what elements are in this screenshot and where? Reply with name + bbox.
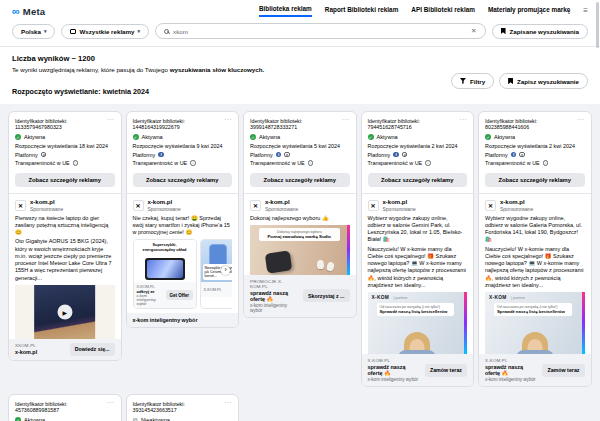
meta-logo[interactable]: ∞ Meta (12, 6, 45, 17)
clear-search-icon[interactable]: ✕ (471, 27, 476, 35)
page-avatar[interactable]: ✕ (15, 200, 26, 211)
carousel-next-icon[interactable]: › (221, 266, 230, 275)
menu-icon[interactable]: ≡ (583, 7, 588, 15)
country-dropdown[interactable]: Polska ▾ (12, 24, 55, 39)
cta-button[interactable]: Dowiedz się... (70, 343, 115, 356)
card-menu-button[interactable]: ··· (577, 118, 585, 122)
facebook-icon: f (511, 152, 517, 158)
see-ad-details-button[interactable]: Zobacz szczegóły reklamy (133, 173, 233, 187)
divider (127, 193, 239, 194)
info-icon[interactable]: i (73, 160, 79, 166)
link-title: sprawdź naszą ofertę 🔥 (485, 364, 539, 376)
info-icon[interactable]: i (308, 160, 314, 166)
start-date: Rozpoczęcie wyświetlania 2 kwi 2024 (485, 143, 585, 149)
results-header: Liczba wyników ~ 1200 Te wyniki uwzględn… (0, 47, 600, 104)
card-menu-button[interactable]: ··· (107, 118, 115, 122)
ad-image-preview[interactable]: X-KOM | partner Od nauczania po rozrywkę… (368, 292, 468, 354)
earbuds-case-graphic (265, 250, 293, 273)
chevron-down-icon: ▾ (44, 28, 47, 34)
carousel-item[interactable]: Superszybki, energooszczędny układ X-KOM… (133, 239, 197, 309)
brand-gradient-strip (582, 292, 585, 354)
info-icon[interactable]: i (425, 160, 431, 166)
platforms-row: Platformyf (368, 152, 468, 158)
info-icon[interactable]: i (543, 160, 549, 166)
see-ad-details-button[interactable]: Zobacz szczegóły reklamy (15, 173, 115, 187)
page-avatar[interactable]: ✕ (250, 200, 261, 211)
cta-button[interactable]: Get Offer (166, 290, 193, 300)
scrollbar[interactable] (596, 2, 599, 48)
ad-video-preview[interactable]: ▶ (15, 285, 115, 339)
meta-infinity-icon: ∞ (12, 6, 20, 17)
play-icon[interactable]: ▶ (57, 304, 72, 319)
start-date: Rozpoczęcie wyświetlania 5 kwi 2024 (250, 143, 350, 149)
page-name[interactable]: x-kom.pl (500, 199, 533, 205)
page-avatar[interactable]: ✕ (485, 200, 496, 211)
ad-body: Wybierz wygodne zakupy online, odbierz w… (485, 215, 585, 244)
see-ad-details-button[interactable]: Zobacz szczegóły reklamy (250, 173, 350, 187)
tab-brand-materials[interactable]: Materiały promujące markę (488, 6, 570, 16)
top-bar: ∞ Meta Biblioteka reklam Raport Bibliote… (0, 0, 600, 20)
library-id: Identyfikator biblioteki: 45736088998158… (15, 401, 107, 413)
ad-card: Identyfikator biblioteki: 39314542366351… (126, 394, 240, 421)
ad-carousel[interactable]: Superszybki, energooszczędny układ X-KOM… (133, 239, 233, 309)
ad-category-dropdown[interactable]: Wszystkie reklamy ▾ (61, 24, 149, 39)
page-row: ✕ x-kom.plSponsorowane (250, 199, 350, 212)
ad-body: Nie czekaj, kupuj teraz! 🤑 Sprzedaj swój… (133, 215, 233, 237)
phone-graphic (145, 258, 185, 280)
saved-searches-button[interactable]: Zapisane wyszukiwania (492, 24, 588, 39)
page-row: ✕ x-kom.plSponsorowane (485, 199, 585, 212)
page-avatar[interactable]: ✕ (133, 200, 144, 211)
page-name[interactable]: x-kom.pl (383, 199, 416, 205)
platforms-row: Platformyf (485, 152, 585, 158)
eu-transparency-row: Transparentność w UEi (485, 160, 585, 166)
facebook-icon: f (158, 152, 164, 158)
library-id: Identyfikator biblioteki: 14481643199226… (133, 118, 225, 130)
active-check-icon: ✓ (250, 134, 256, 140)
search-input[interactable]: xkom ✕ (155, 23, 486, 39)
card-menu-button[interactable]: ··· (225, 401, 233, 405)
divider (362, 193, 474, 194)
card-menu-button[interactable]: ··· (460, 118, 468, 122)
page-name[interactable]: x-kom.pl (30, 199, 63, 205)
tab-ad-library[interactable]: Biblioteka reklam (259, 5, 312, 17)
see-ad-details-button[interactable]: Zobacz szczegóły reklamy (368, 173, 468, 187)
see-ad-details-button[interactable]: Zobacz szczegóły reklamy (485, 173, 585, 187)
page-name[interactable]: x-kom.pl (265, 199, 298, 205)
info-icon[interactable]: i (190, 160, 196, 166)
meta-logo-text: Meta (23, 6, 45, 17)
card-menu-button[interactable]: ··· (225, 118, 233, 122)
filter-icon (460, 78, 466, 84)
platforms-row: Platformyf (133, 152, 233, 158)
ad-link-footer: X-KOM.PLsprawdź naszą ofertę 🔥x-kom inte… (479, 354, 591, 386)
library-id: Identyfikator biblioteki: 79445162874571… (368, 118, 460, 130)
xkom-logo: X-KOM (372, 295, 390, 300)
ad-image-preview[interactable]: X-KOM | partner Od nauczania po rozrywkę… (485, 292, 585, 354)
status-badge: ✓Aktywna (133, 134, 233, 140)
card-menu-button[interactable]: ··· (107, 401, 115, 405)
tab-ad-library-api[interactable]: API Biblioteki reklam (411, 6, 475, 16)
facebook-icon: f (393, 152, 399, 158)
ad-image-preview[interactable]: Dokonaj najlepszego wyboruPoznaj zawodow… (250, 225, 350, 275)
cta-button[interactable]: Zamów teraz (542, 364, 584, 377)
carousel-image: Superszybki, energooszczędny układ (134, 240, 196, 282)
link-subtitle: x-kom inteligentny wybór (368, 377, 422, 382)
bookmark-icon (501, 28, 506, 35)
card-row-1: Identyfikator biblioteki: 11335794679803… (8, 111, 592, 387)
cta-button[interactable]: Zamów teraz (425, 364, 467, 377)
ad-card: Identyfikator biblioteki: 39991487283332… (243, 111, 357, 318)
card-menu-button[interactable]: ··· (342, 118, 350, 122)
page-name[interactable]: x-kom.pl (148, 199, 181, 205)
filters-button[interactable]: Filtry (451, 73, 494, 89)
ad-body: Wybierz wygodne zakupy online, odbierz w… (368, 215, 468, 244)
status-badge: ✓Aktywna (250, 134, 350, 140)
instagram-icon (402, 152, 408, 158)
library-id: Identyfikator biblioteki: 80238598844160… (485, 118, 577, 130)
brand-gradient-strip (464, 292, 467, 354)
tab-ad-library-report[interactable]: Raport Biblioteki reklam (325, 6, 399, 16)
link-domain: XKOM.PL (15, 343, 37, 348)
cta-button[interactable]: Skorzystaj z ... (303, 289, 350, 302)
xkom-logo: X-KOM (489, 295, 507, 300)
platforms-row: Platformyf (250, 152, 350, 158)
page-avatar[interactable]: ✕ (368, 200, 379, 211)
save-search-button[interactable]: Zapisz wyszukiwanie (499, 73, 588, 89)
